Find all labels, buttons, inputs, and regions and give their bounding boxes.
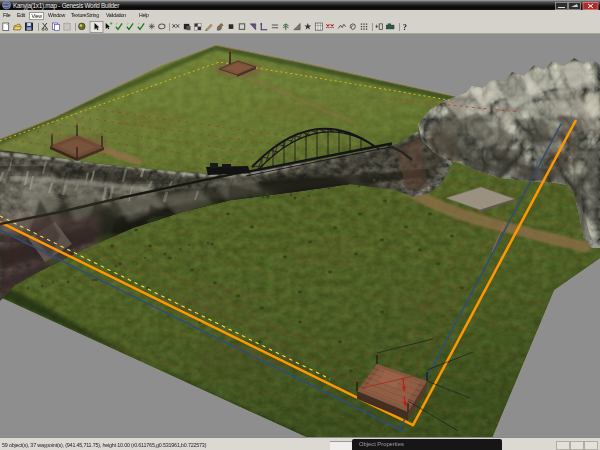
svg-text:?: ? bbox=[403, 23, 407, 32]
